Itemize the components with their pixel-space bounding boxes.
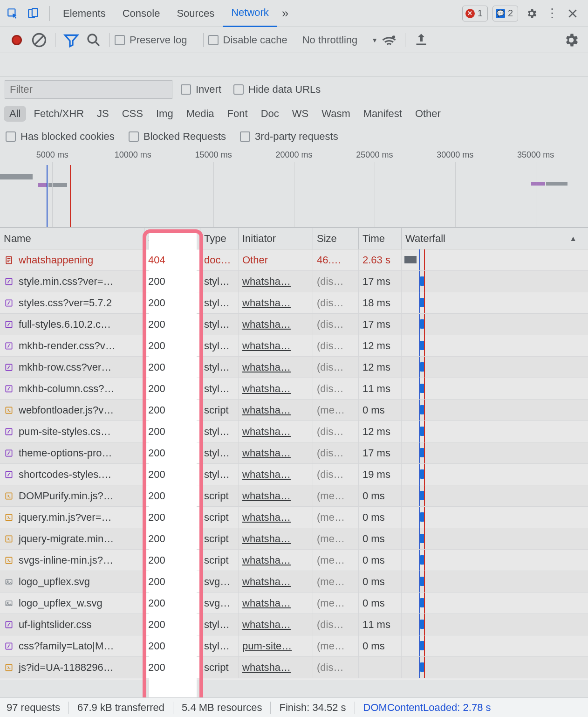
disable-cache-checkbox[interactable]: Disable cache: [208, 34, 287, 46]
filter-type-css[interactable]: CSS: [116, 106, 149, 122]
throttling-select[interactable]: No throttling ▼: [302, 34, 378, 46]
request-initiator[interactable]: whatsha…: [239, 442, 313, 463]
has-blocked-cookies-checkbox[interactable]: Has blocked cookies: [6, 131, 115, 143]
table-row[interactable]: styles.css?ver=5.7.2200styl…whatsha…(dis…: [0, 292, 588, 314]
filter-type-bar: AllFetch/XHRJSCSSImgMediaFontDocWSWasmMa…: [0, 103, 588, 125]
col-name[interactable]: Name: [0, 228, 144, 249]
filter-type-wasm[interactable]: Wasm: [316, 106, 356, 122]
filter-type-manifest[interactable]: Manifest: [358, 106, 408, 122]
request-initiator[interactable]: whatsha…: [239, 314, 313, 335]
request-initiator[interactable]: whatsha…: [239, 292, 313, 313]
table-row[interactable]: mkhb-render.css?v…200styl…whatsha…(dis…1…: [0, 335, 588, 357]
table-row[interactable]: style.min.css?ver=…200styl…whatsha…(dis……: [0, 271, 588, 292]
request-time: 0 ms: [359, 507, 402, 528]
table-row[interactable]: mkhb-row.css?ver…200styl…whatsha…(dis…12…: [0, 357, 588, 378]
table-row[interactable]: jquery-migrate.min…200scriptwhatsha…(me……: [0, 528, 588, 550]
js-file-icon: [4, 491, 14, 501]
filter-type-img[interactable]: Img: [150, 106, 179, 122]
kebab-menu-icon[interactable]: ⋮: [543, 5, 561, 22]
record-button[interactable]: [8, 32, 25, 48]
filter-type-ws[interactable]: WS: [287, 106, 314, 122]
tab-elements[interactable]: Elements: [55, 0, 114, 27]
blocked-requests-checkbox[interactable]: Blocked Requests: [129, 131, 226, 143]
table-row[interactable]: svgs-inline-min.js?…200scriptwhatsha…(me…: [0, 550, 588, 571]
request-type: styl…: [200, 314, 239, 335]
request-initiator[interactable]: whatsha…: [239, 421, 313, 442]
network-settings-icon[interactable]: [563, 32, 580, 48]
tab-network[interactable]: Network: [223, 0, 277, 27]
request-initiator[interactable]: whatsha…: [239, 571, 313, 592]
request-waterfall: [402, 400, 588, 421]
col-waterfall-label: Waterfall: [405, 233, 445, 245]
hide-data-urls-checkbox[interactable]: Hide data URLs: [233, 83, 321, 96]
devtools-tabbar: ElementsConsoleSourcesNetwork » ✕ 1 💬 2 …: [0, 0, 588, 27]
device-toggle-icon[interactable]: [24, 5, 42, 22]
network-conditions-icon[interactable]: [381, 32, 397, 48]
js-file-icon: [4, 512, 14, 523]
request-initiator[interactable]: whatsha…: [239, 464, 313, 485]
close-icon[interactable]: [564, 5, 581, 22]
request-time: 0 ms: [359, 485, 402, 506]
timeline-overview[interactable]: 5000 ms10000 ms15000 ms20000 ms25000 ms3…: [0, 148, 588, 228]
filter-type-other[interactable]: Other: [410, 106, 446, 122]
filter-type-js[interactable]: JS: [91, 106, 115, 122]
table-row[interactable]: pum-site-styles.cs…200styl…whatsha…(dis……: [0, 421, 588, 442]
table-row[interactable]: logo_upflex.svg200svg…whatsha…(me…0 ms: [0, 571, 588, 593]
tab-console[interactable]: Console: [114, 0, 169, 27]
filter-type-doc[interactable]: Doc: [255, 106, 285, 122]
table-row[interactable]: full-styles.6.10.2.c…200styl…whatsha…(di…: [0, 314, 588, 335]
filter-type-font[interactable]: Font: [222, 106, 253, 122]
error-badge[interactable]: ✕ 1: [462, 6, 488, 21]
request-initiator[interactable]: whatsha…: [239, 378, 313, 399]
request-name: webfontloader.js?v…: [19, 404, 114, 416]
filter-type-media[interactable]: Media: [181, 106, 220, 122]
table-row[interactable]: theme-options-pro…200styl…whatsha…(dis…1…: [0, 442, 588, 464]
tab-sources[interactable]: Sources: [168, 0, 223, 27]
table-row[interactable]: css?family=Lato|M…200styl…pum-site…(me…0…: [0, 635, 588, 657]
table-row[interactable]: webfontloader.js?v…200scriptwhatsha…(me……: [0, 400, 588, 421]
table-row[interactable]: whatshappening404doc…Other46.…2.63 s: [0, 249, 588, 271]
third-party-checkbox[interactable]: 3rd-party requests: [240, 131, 338, 143]
request-name: svgs-inline-min.js?…: [19, 554, 113, 566]
table-row[interactable]: mkhb-column.css?…200styl…whatsha…(dis…11…: [0, 378, 588, 400]
filter-icon[interactable]: [63, 32, 80, 48]
request-initiator[interactable]: pum-site…: [239, 635, 313, 656]
clear-icon[interactable]: [31, 32, 48, 48]
col-size[interactable]: Size: [313, 228, 359, 249]
filter-type-all[interactable]: All: [4, 106, 26, 122]
request-initiator[interactable]: whatsha…: [239, 485, 313, 506]
invert-checkbox[interactable]: Invert: [181, 83, 221, 96]
tabs-overflow-icon[interactable]: »: [277, 6, 293, 21]
inspect-element-icon[interactable]: [4, 5, 21, 22]
request-initiator[interactable]: whatsha…: [239, 507, 313, 528]
request-status: 200: [144, 571, 200, 592]
search-icon[interactable]: [85, 32, 102, 48]
request-initiator[interactable]: whatsha…: [239, 528, 313, 549]
table-row[interactable]: logo_upflex_w.svg200svg…whatsha…(me…0 ms: [0, 593, 588, 614]
table-row[interactable]: shortcodes-styles.…200styl…whatsha…(dis……: [0, 464, 588, 485]
filter-input[interactable]: [5, 80, 172, 99]
timeline-tick: 10000 ms: [115, 150, 151, 160]
table-row[interactable]: js?id=UA-1188296…200scriptwhatsha…(dis…: [0, 657, 588, 678]
settings-icon[interactable]: [523, 5, 540, 22]
table-row[interactable]: jquery.min.js?ver=…200scriptwhatsha…(me……: [0, 507, 588, 528]
request-initiator[interactable]: whatsha…: [239, 335, 313, 356]
table-row[interactable]: DOMPurify.min.js?…200scriptwhatsha…(me…0…: [0, 485, 588, 507]
request-initiator[interactable]: whatsha…: [239, 657, 313, 678]
table-row[interactable]: uf-lightslider.css200styl…whatsha…(dis…1…: [0, 614, 588, 635]
filter-type-fetchxhr[interactable]: Fetch/XHR: [28, 106, 89, 122]
col-waterfall[interactable]: Waterfall ▲: [402, 228, 588, 249]
request-initiator[interactable]: whatsha…: [239, 400, 313, 421]
col-type[interactable]: Type: [200, 228, 239, 249]
info-badge[interactable]: 💬 2: [492, 6, 518, 21]
import-har-icon[interactable]: [413, 32, 430, 48]
col-status[interactable]: Status: [144, 228, 200, 249]
col-initiator[interactable]: Initiator: [239, 228, 313, 249]
request-initiator[interactable]: whatsha…: [239, 614, 313, 635]
request-initiator[interactable]: whatsha…: [239, 593, 313, 614]
request-initiator[interactable]: whatsha…: [239, 357, 313, 378]
request-initiator[interactable]: whatsha…: [239, 550, 313, 571]
preserve-log-checkbox[interactable]: Preserve log: [115, 34, 187, 46]
col-time[interactable]: Time: [359, 228, 402, 249]
request-initiator[interactable]: whatsha…: [239, 271, 313, 292]
